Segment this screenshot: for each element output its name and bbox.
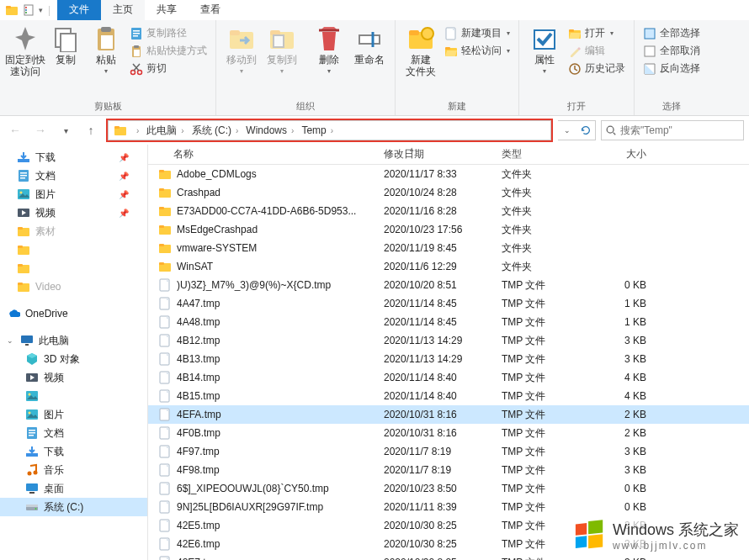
properties-button[interactable]: 属性▾ xyxy=(524,22,565,77)
file-row[interactable]: 4B12.tmp2020/11/13 14:29TMP 文件3 KB xyxy=(148,331,749,350)
nav-item[interactable] xyxy=(0,387,147,405)
folder-icon xyxy=(17,280,30,293)
copy-icon xyxy=(52,25,79,52)
tab-home[interactable]: 主页 xyxy=(101,0,145,20)
file-row[interactable]: 4B13.tmp2020/11/13 14:29TMP 文件3 KB xyxy=(148,350,749,368)
select-all-button[interactable]: 全部选择 xyxy=(640,25,704,41)
file-row[interactable]: WinSAT2020/11/6 12:29文件夹 xyxy=(148,257,749,276)
qat-dropdown-icon[interactable]: ▾ xyxy=(39,6,43,14)
nav-item[interactable]: 视频 xyxy=(0,368,147,387)
breadcrumb-sep[interactable]: › xyxy=(130,126,145,135)
file-name: Adobe_CDMLogs xyxy=(177,168,257,180)
nav-item[interactable]: 桌面 xyxy=(0,479,147,498)
props-icon[interactable] xyxy=(22,3,35,17)
pin-icon: 📌 xyxy=(119,172,129,181)
address-bar[interactable]: › 此电脑› 系统 (C:)› Windows› Temp› xyxy=(108,120,551,140)
moveto-button[interactable]: 移动到▾ xyxy=(221,22,262,77)
col-name[interactable]: 名称 xyxy=(148,147,375,161)
nav-item[interactable]: 文档📌 xyxy=(0,166,147,185)
nav-item[interactable]: 图片📌 xyxy=(0,185,147,203)
col-date[interactable]: 修改日期 xyxy=(375,147,493,161)
tab-view[interactable]: 查看 xyxy=(189,0,232,20)
pin-to-quick-access-button[interactable]: 固定到快 速访问 xyxy=(5,22,45,77)
file-row[interactable]: 6$]_XIPEOOUWJL(08}`CY50.tmp2020/10/23 8:… xyxy=(148,479,749,498)
file-row[interactable]: 4F97.tmp2020/11/7 8:19TMP 文件3 KB xyxy=(148,442,749,461)
tab-file[interactable]: 文件 xyxy=(57,0,101,20)
nav-thispc[interactable]: ⌄此电脑 xyxy=(0,331,147,350)
file-icon xyxy=(158,426,172,440)
file-row[interactable]: 4F98.tmp2020/11/7 8:19TMP 文件3 KB xyxy=(148,461,749,479)
breadcrumb-3[interactable]: Temp› xyxy=(300,124,339,136)
copyto-button[interactable]: 复制到▾ xyxy=(262,22,302,77)
file-row[interactable]: vmware-SYSTEM2020/11/19 8:45文件夹 xyxy=(148,239,749,257)
file-icon xyxy=(158,297,172,310)
nav-item[interactable]: 下载📌 xyxy=(0,148,147,166)
new-item-button[interactable]: 新建项目▾ xyxy=(441,25,513,41)
column-headers[interactable]: 名称 ▴ 修改日期 类型 大小 xyxy=(148,145,749,165)
pastesc-icon xyxy=(130,45,143,58)
select-invert-button[interactable]: 反向选择 xyxy=(640,61,704,77)
nav-back-button[interactable]: ← xyxy=(5,120,25,140)
file-name: E73ADD00-CC7A-41DD-A6B6-5D953... xyxy=(177,205,356,217)
file-row[interactable]: 4A47.tmp2020/11/14 8:45TMP 文件1 KB xyxy=(148,294,749,313)
file-date: 2020/11/7 8:19 xyxy=(375,446,493,457)
nav-item[interactable]: Video xyxy=(0,277,147,296)
nav-item[interactable]: 下载 xyxy=(0,442,147,461)
rename-button[interactable]: 重命名 xyxy=(349,22,390,66)
nav-item[interactable]: 音乐 xyxy=(0,461,147,479)
nav-item[interactable]: 系统 (C:) xyxy=(0,498,147,516)
addr-dropdown-button[interactable]: ⌄ xyxy=(558,121,576,140)
breadcrumb-2[interactable]: Windows› xyxy=(244,124,300,136)
file-row[interactable]: 9N]25L[BD6IAUXR[29G97IF.tmp2020/11/11 8:… xyxy=(148,498,749,516)
file-row[interactable]: Adobe_CDMLogs2020/11/17 8:33文件夹 xyxy=(148,165,749,183)
tab-share[interactable]: 共享 xyxy=(145,0,189,20)
nav-item[interactable]: 3D 对象 xyxy=(0,350,147,368)
edit-button[interactable]: 编辑 xyxy=(565,43,629,59)
paste-shortcut-button[interactable]: 粘贴快捷方式 xyxy=(126,43,210,59)
open-button[interactable]: 打开▾ xyxy=(565,25,629,41)
copypath-icon xyxy=(130,27,143,40)
breadcrumb-0[interactable]: 此电脑› xyxy=(145,124,189,138)
select-none-button[interactable]: 全部取消 xyxy=(640,43,704,59)
paste-button[interactable]: 粘贴 ▾ xyxy=(86,22,126,77)
search-box[interactable]: 搜索"Temp" xyxy=(601,120,744,140)
new-folder-button[interactable]: 新建 文件夹 xyxy=(401,22,441,77)
refresh-icon xyxy=(580,124,592,136)
col-type[interactable]: 类型 xyxy=(493,147,591,161)
nav-onedrive[interactable]: OneDrive xyxy=(0,304,147,323)
nav-tree[interactable]: 下载📌文档📌图片📌视频📌素材VideoOneDrive⌄此电脑3D 对象视频图片… xyxy=(0,145,148,560)
easy-access-button[interactable]: 轻松访问▾ xyxy=(441,43,513,59)
desktop-icon xyxy=(25,482,39,495)
delete-button[interactable]: 删除▾ xyxy=(309,22,349,77)
file-row[interactable]: MsEdgeCrashpad2020/10/23 17:56文件夹 xyxy=(148,220,749,239)
nav-item[interactable]: 素材 xyxy=(0,222,147,240)
nav-item[interactable] xyxy=(0,259,147,277)
breadcrumb-1[interactable]: 系统 (C:)› xyxy=(190,124,245,138)
nav-item[interactable] xyxy=(0,240,147,259)
file-row[interactable]: 4B14.tmp2020/11/14 8:40TMP 文件4 KB xyxy=(148,368,749,387)
ribbon-group-new: 新建 文件夹 新建项目▾ 轻松访问▾ 新建 xyxy=(396,20,519,115)
nav-item[interactable]: 文档 xyxy=(0,424,147,442)
copy-path-button[interactable]: 复制路径 xyxy=(126,25,210,41)
nav-forward-button[interactable]: → xyxy=(30,120,50,140)
nav-item[interactable]: 图片 xyxy=(0,405,147,424)
doc-icon xyxy=(25,426,39,440)
file-row[interactable]: Crashpad2020/10/24 8:28文件夹 xyxy=(148,183,749,202)
refresh-button[interactable] xyxy=(576,121,595,140)
watermark-brand: Windows 系统之家 xyxy=(613,520,739,540)
file-row[interactable]: 4EFA.tmp2020/10/31 8:16TMP 文件2 KB xyxy=(148,405,749,424)
col-size[interactable]: 大小 xyxy=(591,147,658,161)
file-row[interactable]: 4A48.tmp2020/11/14 8:45TMP 文件1 KB xyxy=(148,313,749,331)
file-row[interactable]: 4B15.tmp2020/11/14 8:40TMP 文件4 KB xyxy=(148,387,749,405)
copy-button[interactable]: 复制 xyxy=(45,22,86,66)
nav-recent-button[interactable]: ▾ xyxy=(56,120,76,140)
file-row[interactable]: E73ADD00-CC7A-41DD-A6B6-5D953...2020/11/… xyxy=(148,202,749,220)
nav-item[interactable]: 视频📌 xyxy=(0,203,147,222)
file-icon xyxy=(158,537,172,551)
file-row[interactable]: 4F0B.tmp2020/10/31 8:16TMP 文件2 KB xyxy=(148,424,749,442)
file-row[interactable]: )U)3Z}_M7%_3)@9(%)~X{CD.tmp2020/10/20 8:… xyxy=(148,276,749,294)
history-button[interactable]: 历史记录 xyxy=(565,61,629,77)
nav-up-button[interactable]: ↑ xyxy=(81,120,101,140)
cut-button[interactable]: 剪切 xyxy=(126,61,210,77)
file-type: TMP 文件 xyxy=(493,371,591,385)
